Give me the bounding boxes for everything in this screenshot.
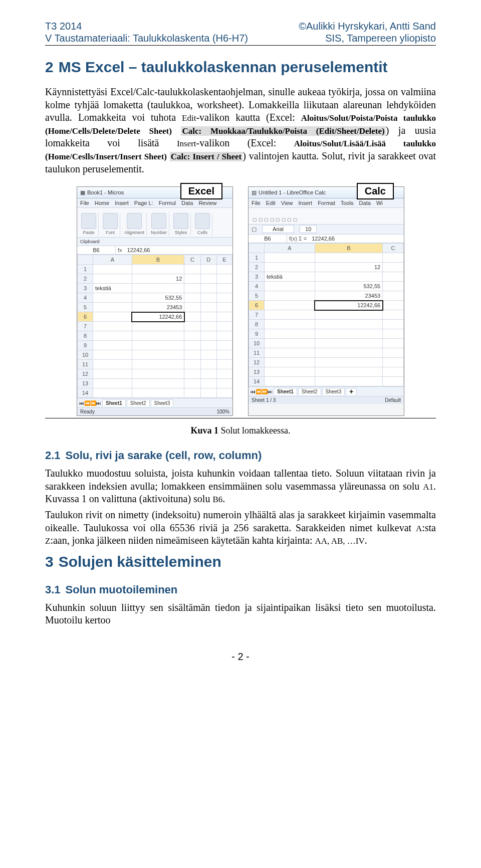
- excel-tab[interactable]: File: [80, 200, 89, 206]
- cell[interactable]: 532,55: [132, 293, 184, 303]
- calc-row-header[interactable]: 10: [249, 339, 265, 348]
- excel-col-header[interactable]: A: [93, 255, 132, 265]
- calc-grid[interactable]: A B C 1 212 3tekstiä 4532,55 523453 6122…: [249, 243, 404, 386]
- excel-col-header[interactable]: C: [184, 255, 200, 265]
- excel-row-header[interactable]: 2: [78, 274, 93, 284]
- calc-menu-item[interactable]: Tools: [341, 200, 354, 206]
- excel-row-header[interactable]: 14: [78, 388, 93, 398]
- excel-ribbon-group[interactable]: Number: [149, 213, 169, 236]
- calc-font-select[interactable]: Arial: [262, 225, 294, 233]
- calc-menu-item[interactable]: Data: [359, 200, 371, 206]
- excel-col-header[interactable]: E: [216, 255, 232, 265]
- excel-sheet-tab[interactable]: Sheet3: [151, 399, 174, 406]
- excel-row-header[interactable]: 4: [78, 293, 93, 303]
- page-header: T3 2014 V Taustamateriaali: Taulukkolask…: [45, 20, 436, 46]
- excel-ribbon-group[interactable]: Alignment: [122, 213, 147, 236]
- calc-menu-item[interactable]: Wi: [376, 200, 383, 206]
- section21-para1: Taulukko muodostuu soluista, joista kuhu…: [45, 467, 436, 506]
- excel-ribbon-group[interactable]: Font: [101, 213, 120, 236]
- cell[interactable]: 12: [315, 263, 382, 272]
- calc-row-header[interactable]: 3: [249, 272, 265, 282]
- txt-AAIV: AA, AB, …IV: [315, 536, 365, 546]
- excel-row-header[interactable]: 12: [78, 369, 93, 379]
- header-left-line2: V Taustamateriaali: Taulukkolaskenta (H6…: [45, 32, 248, 44]
- calc-row-header[interactable]: 11: [249, 348, 265, 358]
- calc-row-header[interactable]: 8: [249, 320, 265, 329]
- calc-toolbar-icons[interactable]: ▢ ▢ ▢ ▢ ▢ ▢ ▢ ▢: [251, 217, 300, 223]
- excel-formula-input[interactable]: 12242,66: [124, 246, 232, 254]
- excel-row-header[interactable]: 11: [78, 360, 93, 369]
- excel-row-header[interactable]: 5: [78, 303, 93, 312]
- calc-row-header[interactable]: 13: [249, 367, 265, 377]
- excel-ribbon-tabs: File Home Insert Page L: Formul Data Rev…: [77, 198, 232, 208]
- calc-toolbar: ▢ ▢ ▢ ▢ ▢ ▢ ▢ ▢: [249, 208, 404, 225]
- calc-add-sheet[interactable]: ✚: [346, 388, 357, 395]
- calc-col-corner[interactable]: [249, 244, 265, 253]
- calc-row-header[interactable]: 4: [249, 282, 265, 291]
- excel-row-header[interactable]: 3: [78, 284, 93, 293]
- excel-tab[interactable]: Review: [198, 200, 216, 206]
- cell-selected[interactable]: 12242,66: [132, 312, 184, 322]
- calc-row-header[interactable]: 6: [249, 301, 265, 310]
- excel-ribbon-group[interactable]: Styles: [171, 213, 191, 236]
- calc-col-header[interactable]: A: [265, 244, 315, 253]
- excel-ribbon-group[interactable]: Paste: [79, 213, 99, 236]
- calc-menu-item[interactable]: View: [281, 200, 293, 206]
- heading-3-1: 3.1Solun muotoileminen: [45, 583, 436, 596]
- cell[interactable]: 532,55: [315, 282, 382, 291]
- nav-arrows-icon[interactable]: ⏮⏪⏩⏭: [251, 389, 273, 394]
- calc-sheet-tab[interactable]: Sheet2: [298, 388, 321, 395]
- calc-sheet-tab[interactable]: Sheet3: [322, 388, 345, 395]
- calc-row-header[interactable]: 2: [249, 263, 265, 272]
- calc-menu-item[interactable]: Format: [318, 200, 335, 206]
- calc-row-header[interactable]: 14: [249, 377, 265, 386]
- nav-arrows-icon[interactable]: ⏮⏪⏩⏭: [79, 400, 101, 406]
- excel-row-header[interactable]: 7: [78, 322, 93, 331]
- excel-row-header[interactable]: 1: [78, 265, 93, 274]
- calc-row-header[interactable]: 1: [249, 253, 265, 263]
- cell[interactable]: tekstiä: [93, 284, 132, 293]
- excel-col-corner[interactable]: [78, 255, 93, 265]
- calc-sheet-tab[interactable]: Sheet1: [274, 388, 297, 395]
- excel-row-header[interactable]: 10: [78, 350, 93, 360]
- calc-name-box[interactable]: B6: [249, 235, 287, 243]
- excel-col-header[interactable]: B: [132, 255, 184, 265]
- calc-menu-item[interactable]: Edit: [266, 200, 276, 206]
- excel-zoom[interactable]: 100%: [216, 409, 229, 414]
- excel-tab[interactable]: Data: [181, 200, 193, 206]
- excel-sheet-tab[interactable]: Sheet2: [127, 399, 150, 406]
- excel-row-header[interactable]: 9: [78, 341, 93, 350]
- calc-col-header[interactable]: C: [383, 244, 404, 253]
- calc-menu-item[interactable]: File: [252, 200, 261, 206]
- excel-grid[interactable]: A B C D E 1 212 3tekstiä 4532,55 523453 …: [77, 255, 232, 398]
- calc-row-header[interactable]: 9: [249, 329, 265, 339]
- excel-row-header[interactable]: 8: [78, 331, 93, 341]
- cell[interactable]: tekstiä: [265, 272, 315, 282]
- calc-row-header[interactable]: 5: [249, 291, 265, 301]
- excel-sheet-tab[interactable]: Sheet1: [102, 399, 126, 406]
- excel-tab[interactable]: Page L:: [134, 200, 153, 206]
- excel-tab[interactable]: Home: [95, 200, 109, 206]
- calc-row-header[interactable]: 12: [249, 358, 265, 367]
- excel-row-header[interactable]: 13: [78, 379, 93, 388]
- excel-row-header[interactable]: 6: [78, 312, 93, 322]
- cell[interactable]: 23453: [315, 291, 382, 301]
- cell[interactable]: 12: [132, 274, 184, 284]
- calc-sheet-tabs: ⏮⏪⏩⏭ Sheet1 Sheet2 Sheet3 ✚: [249, 386, 404, 396]
- calc-formula-input[interactable]: 12242,66: [309, 235, 404, 243]
- calc-menu-item[interactable]: Insert: [299, 200, 313, 206]
- calc-fontsize-select[interactable]: 10: [300, 225, 317, 233]
- excel-ribbon-group[interactable]: Cells: [193, 213, 212, 236]
- excel-name-box[interactable]: B6: [77, 246, 116, 254]
- excel-col-header[interactable]: D: [200, 255, 216, 265]
- calc-col-header[interactable]: B: [315, 244, 382, 253]
- caption-number: Kuva 1: [191, 425, 219, 436]
- calc-fx-icon[interactable]: f(x) Σ =: [287, 235, 309, 243]
- excel-app-icon: ▦: [80, 189, 85, 196]
- excel-tab[interactable]: Insert: [115, 200, 129, 206]
- cell[interactable]: 23453: [132, 303, 184, 312]
- excel-fx-icon[interactable]: fx: [116, 246, 124, 254]
- cell-selected[interactable]: 12242,66: [315, 301, 382, 310]
- calc-row-header[interactable]: 7: [249, 310, 265, 320]
- excel-tab[interactable]: Formul: [159, 200, 176, 206]
